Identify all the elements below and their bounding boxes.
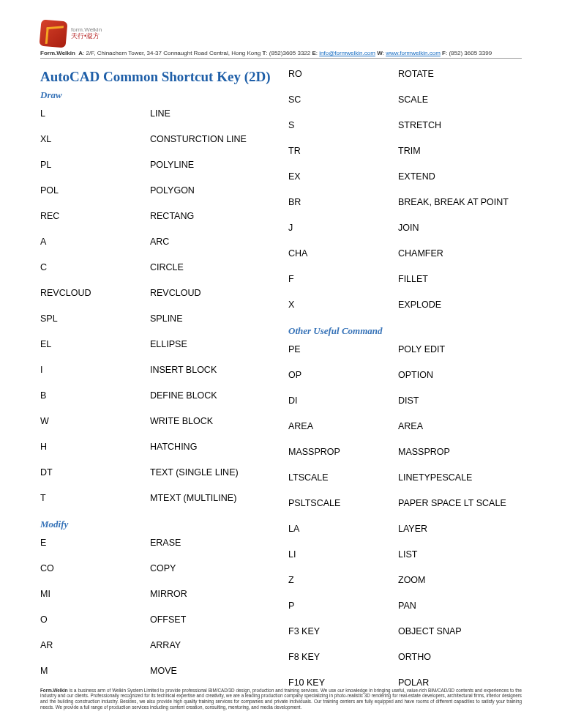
shortcut-key: W <box>40 416 150 426</box>
right-column: ROROTATESCSCALESSTRETCHTRTRIMEXEXTENDBRB… <box>288 69 522 703</box>
shortcut-row: MASSPROPMASSPROP <box>288 447 522 457</box>
shortcut-row: ROROTATE <box>288 69 522 79</box>
shortcut-row: PLPOLYLINE <box>40 160 274 170</box>
shortcut-row: EERASE <box>40 538 274 548</box>
shortcut-key: F8 KEY <box>288 652 398 662</box>
shortcut-command: POLYGON <box>150 185 274 196</box>
shortcut-key: SPL <box>40 313 150 324</box>
shortcut-command: INSERT BLOCK <box>150 365 274 375</box>
shortcut-row: F10 KEYPOLAR <box>288 677 522 688</box>
logo-icon <box>39 19 67 48</box>
header-email-link[interactable]: info@formwelkin.com <box>319 50 375 56</box>
shortcut-command: SCALE <box>398 94 522 105</box>
shortcut-row: IINSERT BLOCK <box>40 365 274 375</box>
shortcut-command: ZOOM <box>398 575 522 585</box>
shortcut-key: F3 KEY <box>288 626 398 636</box>
shortcut-row: JJOIN <box>288 223 522 233</box>
shortcut-key: DT <box>40 467 150 478</box>
shortcut-row: REVCLOUDREVCLOUD <box>40 288 274 298</box>
header-web-link[interactable]: www.formwelkin.com <box>386 50 441 56</box>
shortcut-key: CHA <box>288 248 398 259</box>
shortcut-command: PAPER SPACE LT SCALE <box>398 498 522 508</box>
list-other: PEPOLY EDITOPOPTIONDIDISTAREAAREAMASSPRO… <box>288 344 522 688</box>
shortcut-row: TMTEXT (MULTILINE) <box>40 493 274 503</box>
shortcut-row: RECRECTANG <box>40 211 274 221</box>
shortcut-key: H <box>40 442 150 452</box>
shortcut-row: ELELLIPSE <box>40 339 274 349</box>
shortcut-row: BRBREAK, BREAK AT POINT <box>288 197 522 207</box>
shortcut-command: RECTANG <box>150 211 274 221</box>
list-modify: EERASECOCOPYMIMIRROROOFFSETARARRAYMMOVE <box>40 538 274 676</box>
shortcut-key: LA <box>288 524 398 534</box>
shortcut-row: EXEXTEND <box>288 171 522 182</box>
shortcut-command: WRITE BLOCK <box>150 416 274 426</box>
shortcut-key: F10 KEY <box>288 677 398 688</box>
shortcut-key: O <box>40 614 150 625</box>
header-address: : 2/F, Chinachem Tower, 34-37 Connaught … <box>83 50 262 56</box>
shortcut-row: AREAAREA <box>288 421 522 431</box>
left-column: AutoCAD Common Shortcut Key (2D) Draw LL… <box>40 69 274 703</box>
shortcut-row: PEPOLY EDIT <box>288 344 522 354</box>
shortcut-row: XEXPLODE <box>288 300 522 310</box>
shortcut-command: MASSPROP <box>398 447 522 457</box>
shortcut-row: AARC <box>40 237 274 247</box>
shortcut-key: L <box>40 108 150 119</box>
shortcut-key: EX <box>288 171 398 182</box>
shortcut-row: PSLTSCALEPAPER SPACE LT SCALE <box>288 498 522 508</box>
shortcut-key: Z <box>288 575 398 585</box>
header-web-label: W <box>377 50 383 56</box>
shortcut-key: J <box>288 223 398 233</box>
shortcut-key: XL <box>40 134 150 144</box>
shortcut-row: ARARRAY <box>40 640 274 650</box>
shortcut-command: REVCLOUD <box>150 288 274 298</box>
shortcut-row: ZZOOM <box>288 575 522 585</box>
shortcut-row: DIDIST <box>288 395 522 406</box>
shortcut-key: A <box>40 237 150 247</box>
shortcut-row: F8 KEYORTHO <box>288 652 522 662</box>
shortcut-command: ARRAY <box>150 640 274 650</box>
shortcut-command: PAN <box>398 601 522 611</box>
shortcut-row: LILIST <box>288 549 522 560</box>
shortcut-command: DIST <box>398 395 522 406</box>
shortcut-command: MTEXT (MULTILINE) <box>150 493 274 503</box>
footer-body: is a business arm of Welkin System Limit… <box>40 688 522 710</box>
shortcut-row: HHATCHING <box>40 442 274 452</box>
shortcut-key: REVCLOUD <box>40 288 150 298</box>
shortcut-command: FILLET <box>398 274 522 284</box>
shortcut-command: AREA <box>398 421 522 431</box>
shortcut-command: POLY EDIT <box>398 344 522 354</box>
shortcut-key: PE <box>288 344 398 354</box>
shortcut-command: LAYER <box>398 524 522 534</box>
shortcut-command: EXTEND <box>398 171 522 182</box>
content-columns: AutoCAD Common Shortcut Key (2D) Draw LL… <box>40 69 522 703</box>
shortcut-command: COPY <box>150 563 274 573</box>
shortcut-command: ORTHO <box>398 652 522 662</box>
list-modify-cont: ROROTATESCSCALESSTRETCHTRTRIMEXEXTENDBRB… <box>288 69 522 310</box>
shortcut-key: DI <box>288 395 398 406</box>
shortcut-command: CHAMFER <box>398 248 522 259</box>
shortcut-key: MI <box>40 589 150 599</box>
shortcut-row: WWRITE BLOCK <box>40 416 274 426</box>
shortcut-key: X <box>288 300 398 310</box>
shortcut-key: OP <box>288 370 398 380</box>
shortcut-key: S <box>288 120 398 130</box>
shortcut-row: CCIRCLE <box>40 262 274 272</box>
shortcut-row: SPLSPLINE <box>40 313 274 324</box>
shortcut-command: LINETYPESCALE <box>398 472 522 483</box>
shortcut-key: EL <box>40 339 150 349</box>
list-draw: LLINEXLCONSTURCTION LINEPLPOLYLINEPOLPOL… <box>40 108 274 503</box>
shortcut-row: XLCONSTURCTION LINE <box>40 134 274 144</box>
section-heading-draw: Draw <box>40 89 274 101</box>
header-fax: : (852) 3605 3399 <box>446 50 492 56</box>
footer-text: Form.Welkin is a business arm of Welkin … <box>40 688 522 710</box>
header-contact-line: Form.Welkin A: 2/F, Chinachem Tower, 34-… <box>40 50 522 59</box>
shortcut-command: STRETCH <box>398 120 522 130</box>
shortcut-key: F <box>288 274 398 284</box>
shortcut-key: E <box>40 538 150 548</box>
page-title: AutoCAD Common Shortcut Key (2D) <box>40 69 274 85</box>
shortcut-command: CIRCLE <box>150 262 274 272</box>
shortcut-command: JOIN <box>398 223 522 233</box>
shortcut-key: SC <box>288 94 398 105</box>
shortcut-command: ELLIPSE <box>150 339 274 349</box>
shortcut-key: MASSPROP <box>288 447 398 457</box>
